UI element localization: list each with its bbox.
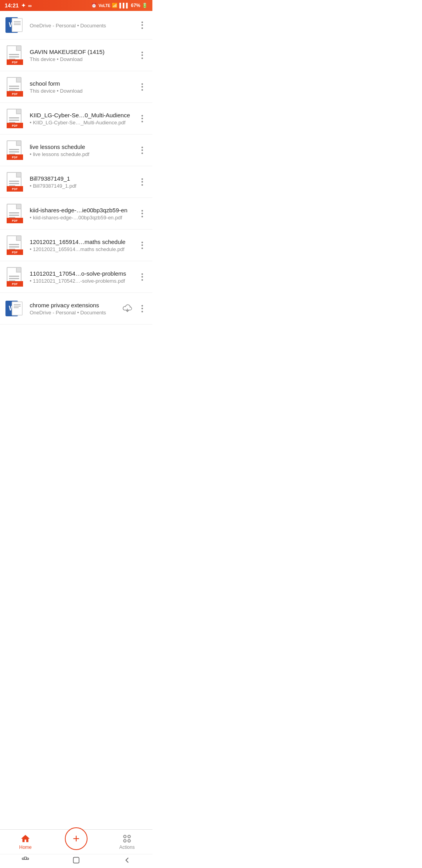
file-name: kiid-ishares-edge-…ie00bp3qzb59-en xyxy=(30,207,134,213)
file-info: school form This device • Download xyxy=(30,80,134,94)
list-item[interactable]: PDF live lessons schedule • live lessons… xyxy=(0,135,152,166)
battery-display: 67% xyxy=(131,3,140,8)
file-actions xyxy=(137,113,148,124)
status-bar: 14:21 ✦ ∞ ⏰ VoLTE 📶 ▌▌▌ 67% 🔋 xyxy=(0,0,152,11)
file-meta: • 12012021_165914…maths schedule.pdf xyxy=(30,246,134,252)
signal-icon: ▌▌▌ xyxy=(119,3,129,8)
file-icon: PDF xyxy=(5,45,25,65)
time-display: 14:21 xyxy=(5,2,19,9)
file-name: live lessons schedule xyxy=(30,143,134,150)
file-icon: PDF xyxy=(5,203,25,224)
battery-icon: 🔋 xyxy=(142,3,148,8)
list-item[interactable]: PDF KIID_LG-Cyber-Se…0_Multi-Audience • … xyxy=(0,103,152,135)
list-item[interactable]: PDF Bill79387149_1 • Bill79387149_1.pdf xyxy=(0,166,152,198)
file-meta: • KIID_LG-Cyber-Se…_Multi-Audience.pdf xyxy=(30,120,134,126)
file-meta: This device • Download xyxy=(30,88,134,94)
file-list: PDF GAVIN MAKEUSEOF (1415) This device •… xyxy=(0,39,152,325)
more-options-button[interactable] xyxy=(137,20,148,30)
file-actions xyxy=(137,81,148,92)
file-meta: • kiid-ishares-edge-…00bp3qzb59-en.pdf xyxy=(30,215,134,221)
cloud-download-icon xyxy=(122,304,132,313)
file-info: KIID_LG-Cyber-Se…0_Multi-Audience • KIID… xyxy=(30,112,134,126)
file-name: KIID_LG-Cyber-Se…0_Multi-Audience xyxy=(30,112,134,118)
file-actions xyxy=(137,145,148,156)
file-icon: PDF xyxy=(5,267,25,287)
file-meta: • Bill79387149_1.pdf xyxy=(30,183,134,189)
file-name: Bill79387149_1 xyxy=(30,175,134,182)
file-info: 12012021_165914…maths schedule • 1201202… xyxy=(30,239,134,252)
file-name: school form xyxy=(30,80,134,87)
file-actions xyxy=(137,240,148,251)
file-icon: W xyxy=(5,15,25,35)
file-icon: PDF xyxy=(5,140,25,160)
list-item[interactable]: W chrome privacy extensions OneDrive - P… xyxy=(0,293,152,325)
file-actions xyxy=(137,208,148,219)
file-icon: PDF xyxy=(5,77,25,97)
file-actions xyxy=(137,271,148,282)
alarm-icon: ⏰ xyxy=(91,3,97,8)
file-actions xyxy=(137,20,148,30)
status-bar-right: ⏰ VoLTE 📶 ▌▌▌ 67% 🔋 xyxy=(91,3,148,8)
file-info: OneDrive - Personal • Documents xyxy=(30,22,134,29)
list-item[interactable]: PDF GAVIN MAKEUSEOF (1415) This device •… xyxy=(0,39,152,71)
file-info: live lessons schedule • live lessons sch… xyxy=(30,143,134,157)
voicemail-icon: ∞ xyxy=(28,3,32,9)
file-meta: • live lessons schedule.pdf xyxy=(30,151,134,157)
more-options-button[interactable] xyxy=(137,303,148,314)
file-meta: OneDrive - Personal • Documents xyxy=(30,23,134,29)
cloud-download-button[interactable] xyxy=(121,302,134,315)
more-options-button[interactable] xyxy=(137,271,148,282)
file-meta: OneDrive - Personal • Documents xyxy=(30,310,118,316)
list-item[interactable]: PDF kiid-ishares-edge-…ie00bp3qzb59-en •… xyxy=(0,198,152,230)
file-icon: PDF xyxy=(5,108,25,129)
more-options-button[interactable] xyxy=(137,145,148,156)
file-actions xyxy=(121,302,148,315)
status-bar-left: 14:21 ✦ ∞ xyxy=(5,2,32,9)
more-options-button[interactable] xyxy=(137,50,148,61)
more-options-button[interactable] xyxy=(137,208,148,219)
file-name: chrome privacy extensions xyxy=(30,302,118,308)
content-area: W OneDrive - Personal • Documents xyxy=(0,11,152,364)
more-options-button[interactable] xyxy=(137,240,148,251)
list-item[interactable]: PDF 11012021_17054…o-solve-problems • 11… xyxy=(0,261,152,293)
more-options-button[interactable] xyxy=(137,81,148,92)
file-name: GAVIN MAKEUSEOF (1415) xyxy=(30,48,134,55)
file-actions xyxy=(137,50,148,61)
slack-icon: ✦ xyxy=(21,2,26,9)
file-name: 12012021_165914…maths schedule xyxy=(30,239,134,245)
list-item[interactable]: W OneDrive - Personal • Documents xyxy=(0,11,152,39)
list-item[interactable]: PDF 12012021_165914…maths schedule • 120… xyxy=(0,230,152,261)
file-info: GAVIN MAKEUSEOF (1415) This device • Dow… xyxy=(30,48,134,62)
wifi-icon: 📶 xyxy=(112,3,118,8)
file-icon: PDF xyxy=(5,235,25,255)
file-actions xyxy=(137,176,148,187)
file-info: chrome privacy extensions OneDrive - Per… xyxy=(30,302,118,316)
file-info: Bill79387149_1 • Bill79387149_1.pdf xyxy=(30,175,134,189)
file-name: 11012021_17054…o-solve-problems xyxy=(30,270,134,277)
more-options-button[interactable] xyxy=(137,176,148,187)
file-info: 11012021_17054…o-solve-problems • 110120… xyxy=(30,270,134,284)
file-info: kiid-ishares-edge-…ie00bp3qzb59-en • kii… xyxy=(30,207,134,221)
file-icon: PDF xyxy=(5,172,25,192)
file-icon: W xyxy=(5,298,25,319)
file-meta: • 11012021_170542…-solve-problems.pdf xyxy=(30,278,134,284)
more-options-button[interactable] xyxy=(137,113,148,124)
list-item[interactable]: PDF school form This device • Download xyxy=(0,71,152,103)
file-meta: This device • Download xyxy=(30,56,134,62)
volte-icon: VoLTE xyxy=(98,4,110,8)
